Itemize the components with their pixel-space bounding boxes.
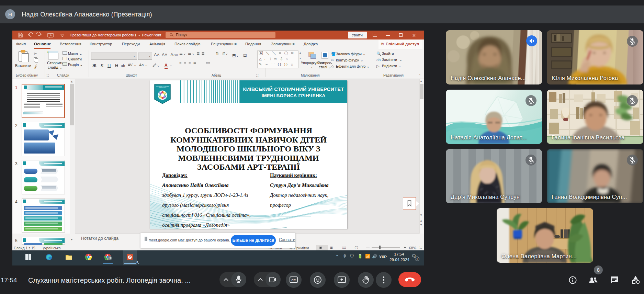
- svg-text:CC: CC: [292, 279, 296, 282]
- svg-text:P: P: [129, 255, 131, 259]
